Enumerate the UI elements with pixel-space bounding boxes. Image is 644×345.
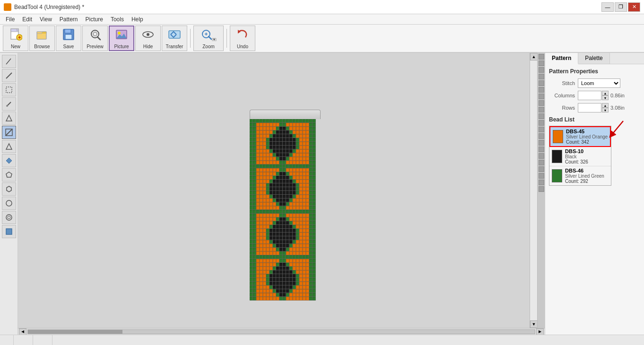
undo-button[interactable]: Undo [230,26,255,51]
restore-button[interactable]: ❐ [615,2,627,12]
svg-rect-7 [65,29,71,33]
bead-code-dbs10: DBS-10 [565,148,609,154]
hide-label: Hide [143,44,153,49]
thumb-dot-19 [539,173,544,179]
svg-line-42 [611,121,623,135]
menu-item-file[interactable]: File [2,15,18,24]
menu-item-view[interactable]: View [36,15,56,24]
transfer-label: Transfer [166,44,183,49]
pattern-header [250,110,321,119]
browse-label: Browse [34,44,50,49]
select-tool[interactable] [2,83,16,96]
toolbar: ✦ New Browse Save [0,25,644,53]
menu-item-edit[interactable]: Edit [18,15,36,24]
bead-name-dbs10: Black [565,154,609,159]
square-tool[interactable] [2,225,16,238]
thumb-dot-5 [539,80,544,86]
rows-up[interactable]: ▲ [602,103,609,108]
eyedropper-tool[interactable] [2,97,16,111]
new-button[interactable]: ✦ New [3,26,28,51]
line-tool[interactable] [2,69,16,82]
circle-tool[interactable] [2,197,16,210]
status-bar [0,335,644,345]
bead-canvas[interactable] [250,119,316,301]
menu-item-picture[interactable]: Picture [82,15,107,24]
menu-item-pattern[interactable]: Pattern [56,15,82,24]
toolbar-separator-2 [226,29,227,48]
svg-point-30 [6,105,8,107]
bead-item-dbs46[interactable]: DBS-46 Silver Lined Green Count: 292 [549,166,611,185]
ring-tool[interactable] [2,211,16,224]
bead-swatch-dbs46 [552,169,562,182]
scroll-left-button[interactable]: ◀ [19,328,26,335]
svg-point-13 [118,32,121,34]
rows-unit: 3.08in [610,105,625,111]
scroll-track-v[interactable] [530,60,537,320]
svg-line-11 [97,37,100,40]
fill-tool[interactable] [2,112,16,125]
bead-item-dbs45[interactable]: DBS-45 Silver Lined Orange Count: 342 [549,126,611,147]
thumb-dot-14 [539,140,544,146]
picture-button[interactable]: Picture [109,26,134,51]
thumb-dot-2 [539,60,544,66]
tab-palette[interactable]: Palette [578,53,609,64]
svg-marker-35 [6,158,12,164]
svg-marker-37 [7,186,11,192]
status-section-1 [4,335,14,345]
hide-button[interactable]: Hide [135,26,161,51]
thumb-dot-4 [539,74,544,79]
stitch-row: Stitch Loom Peyote Brick [549,78,640,88]
scroll-down-button[interactable]: ▼ [530,320,538,328]
columns-up[interactable]: ▲ [602,91,609,95]
canvas-scroll [18,53,530,328]
minimize-button[interactable]: — [601,2,614,12]
tab-pattern[interactable]: Pattern [545,53,578,64]
bead-count-dbs10: Count: 326 [565,159,609,164]
bead-list: DBS-45 Silver Lined Orange Count: 342 DB… [549,126,611,186]
scroll-thumb[interactable] [28,330,122,334]
preview-button[interactable]: Preview [82,26,108,51]
undo-label: Undo [237,44,248,49]
svg-point-40 [8,216,10,219]
horizontal-scrollbar[interactable]: ◀ ▶ [18,328,545,335]
bead-count-dbs45: Count: 342 [566,139,608,145]
left-tool-panel [0,53,18,335]
thumb-dot-9 [539,107,544,112]
columns-down[interactable]: ▼ [602,95,609,100]
bead-info-dbs46: DBS-46 Silver Lined Green Count: 292 [565,168,609,184]
thumb-dot-7 [539,94,544,99]
bead-list-wrapper: DBS-45 Silver Lined Orange Count: 342 DB… [549,126,611,186]
menu-item-help[interactable]: Help [128,15,147,24]
close-button[interactable]: ✕ [628,2,640,12]
pencil-tool[interactable] [2,55,16,68]
pentagon-tool[interactable] [2,168,16,181]
menu-item-tools[interactable]: Tools [107,15,128,24]
save-button[interactable]: Save [56,26,81,51]
browse-button[interactable]: Browse [29,26,55,51]
vertical-scrollbar[interactable]: ▲ ▼ [530,53,537,328]
rows-input[interactable]: 48 [578,103,601,112]
canvas-area[interactable] [18,53,530,328]
scroll-right-button[interactable]: ▶ [536,328,544,335]
picture-icon [115,28,128,43]
diagonal-line-tool[interactable] [2,126,16,139]
toolbar-separator [190,29,191,48]
rows-spinner: ▲ ▼ [602,103,609,112]
rows-down[interactable]: ▼ [602,108,609,112]
preview-icon [88,28,102,43]
columns-input[interactable]: 20 [578,91,601,100]
scroll-up-button[interactable]: ▲ [530,53,538,60]
svg-line-19 [209,36,211,39]
thumb-dot-15 [539,147,544,152]
bead-item-dbs10[interactable]: DBS-10 Black Count: 326 [549,147,611,166]
zoom-button[interactable]: ▼ Zoom [193,26,224,51]
horizontal-scroll-thumb[interactable] [27,329,535,334]
triangle-tool[interactable] [2,140,16,153]
stitch-select[interactable]: Loom Peyote Brick [578,78,620,88]
hexagon-tool[interactable] [2,182,16,196]
bead-name-dbs46: Silver Lined Green [565,173,609,179]
diamond-tool[interactable] [2,154,16,167]
svg-rect-17 [169,31,180,38]
svg-marker-34 [6,144,12,149]
transfer-button[interactable]: Transfer [162,26,187,51]
